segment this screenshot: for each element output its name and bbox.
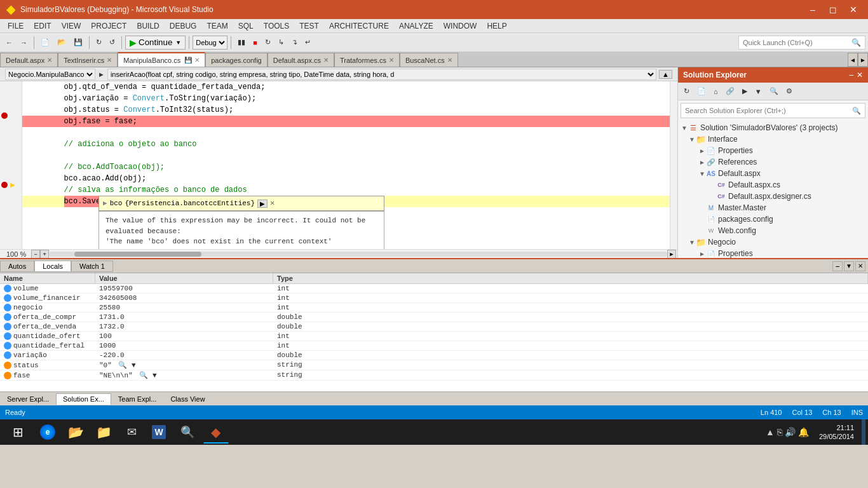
status-dropdown-icon[interactable]: ▼ bbox=[132, 362, 136, 369]
close-button[interactable]: ✕ bbox=[844, 0, 863, 19]
vertical-scrollbar[interactable] bbox=[670, 81, 677, 249]
taskbar-search[interactable]: 🔍 bbox=[175, 421, 201, 444]
panel-pin-button[interactable]: ‒ bbox=[849, 71, 854, 79]
tooltip-expand-button[interactable]: ▶ bbox=[257, 200, 268, 208]
bottom-tab-solution[interactable]: Solution Ex... bbox=[56, 393, 111, 405]
tab-close-buscanet[interactable]: ✕ bbox=[447, 57, 452, 64]
tree-negocio[interactable]: ▼ 📁 Negocio bbox=[678, 236, 868, 248]
se-toolbar-btn-1[interactable]: ↻ bbox=[681, 85, 693, 97]
locals-close-button[interactable]: ✕ bbox=[855, 261, 865, 271]
tab-default-aspx[interactable]: Default.aspx ✕ bbox=[0, 53, 58, 67]
tab-scroll-right[interactable]: ► bbox=[858, 53, 868, 67]
menu-build[interactable]: BUILD bbox=[132, 20, 164, 32]
status-search-icon[interactable]: 🔍 bbox=[118, 362, 127, 369]
taskbar-word[interactable]: W bbox=[147, 421, 173, 444]
solution-search-input[interactable] bbox=[685, 107, 850, 114]
stop-button[interactable]: ■ bbox=[250, 37, 261, 48]
fase-dropdown-icon[interactable]: ▼ bbox=[153, 372, 157, 379]
tab-manipulabanco[interactable]: ManipulaBanco.cs 💾 ✕ bbox=[118, 52, 205, 67]
se-toolbar-btn-5[interactable]: ▶ bbox=[739, 85, 750, 97]
taskbar-folder[interactable]: 📁 bbox=[92, 421, 117, 444]
se-toolbar-btn-6[interactable]: ▼ bbox=[752, 86, 765, 97]
se-toolbar-btn-7[interactable]: 🔍 bbox=[766, 85, 782, 97]
tree-properties-1[interactable]: ► 📄 Properties bbox=[678, 145, 868, 156]
taskbar-clock[interactable]: 21:11 29/05/2014 bbox=[814, 423, 859, 442]
redo-button[interactable]: ↺ bbox=[106, 36, 118, 48]
title-controls[interactable]: – ◻ ✕ bbox=[803, 0, 863, 19]
namespace-select[interactable]: Negocio.ManipulaBanco bbox=[5, 69, 95, 80]
locals-tab-watch1[interactable]: Watch 1 bbox=[71, 261, 113, 272]
breakpoint-1[interactable] bbox=[1, 112, 8, 119]
notification-icon[interactable]: 🔔 bbox=[798, 427, 809, 437]
tree-interface[interactable]: ▼ 📁 Interface bbox=[678, 133, 868, 145]
tab-close-trataformes[interactable]: ✕ bbox=[389, 57, 394, 64]
back-button[interactable]: ← bbox=[3, 37, 16, 48]
locals-tab-locals[interactable]: Locals bbox=[34, 261, 71, 272]
se-toolbar-btn-3[interactable]: ⌂ bbox=[710, 86, 721, 97]
debug-target-select[interactable]: Debug bbox=[193, 36, 227, 50]
locals-panel-controls[interactable]: ‒ ▼ ✕ bbox=[832, 261, 868, 271]
tray-icon-1[interactable]: ▲ bbox=[766, 427, 775, 437]
menu-file[interactable]: FILE bbox=[3, 20, 29, 32]
scroll-right-btn[interactable]: ► bbox=[667, 250, 676, 259]
continue-button[interactable]: ▶ Continue ▼ bbox=[125, 36, 186, 50]
tab-textinserir[interactable]: TextInserir.cs ✕ bbox=[58, 53, 118, 67]
locals-pin-button[interactable]: ‒ bbox=[832, 261, 843, 271]
code-editor[interactable]: obj.qtd_of_venda = quantidade_fertada_ve… bbox=[22, 81, 670, 249]
network-icon[interactable]: ⎘ bbox=[777, 427, 782, 437]
menu-help[interactable]: HELP bbox=[482, 20, 512, 32]
zoom-minus[interactable]: − bbox=[31, 250, 40, 259]
solution-search-box[interactable]: 🔍 bbox=[681, 103, 865, 118]
zoom-plus[interactable]: + bbox=[40, 250, 49, 259]
locals-tab-autos[interactable]: Autos bbox=[0, 261, 34, 272]
tab-buscanet[interactable]: BuscaNet.cs ✕ bbox=[400, 53, 458, 67]
tree-default-aspx-designer[interactable]: ► C# Default.aspx.designer.cs bbox=[678, 191, 868, 202]
negocio-toggle[interactable]: ▼ bbox=[688, 239, 696, 246]
tab-close-default-aspx[interactable]: ✕ bbox=[47, 57, 52, 64]
menu-architecture[interactable]: ARCHITECTURE bbox=[324, 20, 394, 32]
taskbar-ie[interactable]: e bbox=[36, 421, 61, 444]
scroll-track[interactable] bbox=[49, 252, 667, 257]
locals-dropdown-button[interactable]: ▼ bbox=[844, 261, 854, 271]
properties-2-toggle[interactable]: ► bbox=[698, 250, 706, 257]
tab-close-default-aspx-cs[interactable]: ✕ bbox=[323, 57, 329, 64]
method-select[interactable]: inserirAcao(float cpf, string codigo, st… bbox=[107, 69, 656, 80]
quick-launch[interactable]: 🔍 bbox=[738, 36, 865, 50]
breakpoint-2[interactable] bbox=[1, 182, 8, 188]
default-aspx-toggle[interactable]: ▼ bbox=[698, 170, 706, 177]
fase-search-icon[interactable]: 🔍 bbox=[139, 372, 148, 379]
se-toolbar-btn-2[interactable]: 📄 bbox=[694, 85, 709, 97]
properties-1-toggle[interactable]: ► bbox=[698, 147, 706, 154]
start-button[interactable]: ⊞ bbox=[3, 419, 33, 445]
open-button[interactable]: 📂 bbox=[54, 36, 69, 48]
step-out-button[interactable]: ↵ bbox=[302, 36, 314, 48]
speaker-icon[interactable]: 🔊 bbox=[785, 427, 796, 437]
solution-root[interactable]: ▼ ☰ Solution 'SimuladorBValores' (3 proj… bbox=[678, 122, 868, 133]
tab-scroll-left[interactable]: ◄ bbox=[848, 53, 858, 67]
scroll-thumb[interactable] bbox=[74, 252, 201, 257]
menu-edit[interactable]: EDIT bbox=[29, 20, 56, 32]
tooltip-close-icon[interactable]: ✕ bbox=[270, 198, 275, 209]
new-button[interactable]: 📄 bbox=[37, 36, 53, 48]
taskbar-vs[interactable]: ◆ bbox=[203, 421, 229, 444]
menu-window[interactable]: WINDOW bbox=[438, 20, 482, 32]
tree-master[interactable]: ► M Master.Master bbox=[678, 202, 868, 214]
minimize-button[interactable]: – bbox=[803, 0, 822, 19]
bottom-tab-class-view[interactable]: Class View bbox=[163, 393, 212, 405]
restore-button[interactable]: ◻ bbox=[824, 0, 843, 19]
tree-default-aspx-cs[interactable]: ► C# Default.aspx.cs bbox=[678, 179, 868, 191]
bottom-tab-server[interactable]: Server Expl... bbox=[0, 393, 56, 405]
menu-sql[interactable]: SQL bbox=[233, 20, 259, 32]
tree-references-1[interactable]: ► 🔗 References bbox=[678, 156, 868, 168]
tab-packages-config[interactable]: packages.config bbox=[205, 53, 268, 67]
se-toolbar-btn-8[interactable]: ⚙ bbox=[783, 85, 796, 97]
pause-button[interactable]: ▮▮ bbox=[234, 36, 248, 48]
tree-default-aspx[interactable]: ▼ AS Default.aspx bbox=[678, 168, 868, 179]
se-toolbar-btn-4[interactable]: 🔗 bbox=[722, 85, 738, 97]
tab-close-textinserir[interactable]: ✕ bbox=[107, 57, 112, 64]
tree-web-config[interactable]: ► W Web.config bbox=[678, 225, 868, 236]
tree-packages-1[interactable]: ► 📄 packages.config bbox=[678, 214, 868, 225]
menu-project[interactable]: PROJECT bbox=[86, 20, 132, 32]
undo-button[interactable]: ↻ bbox=[93, 36, 105, 48]
menu-tools[interactable]: TOOLS bbox=[259, 20, 294, 32]
